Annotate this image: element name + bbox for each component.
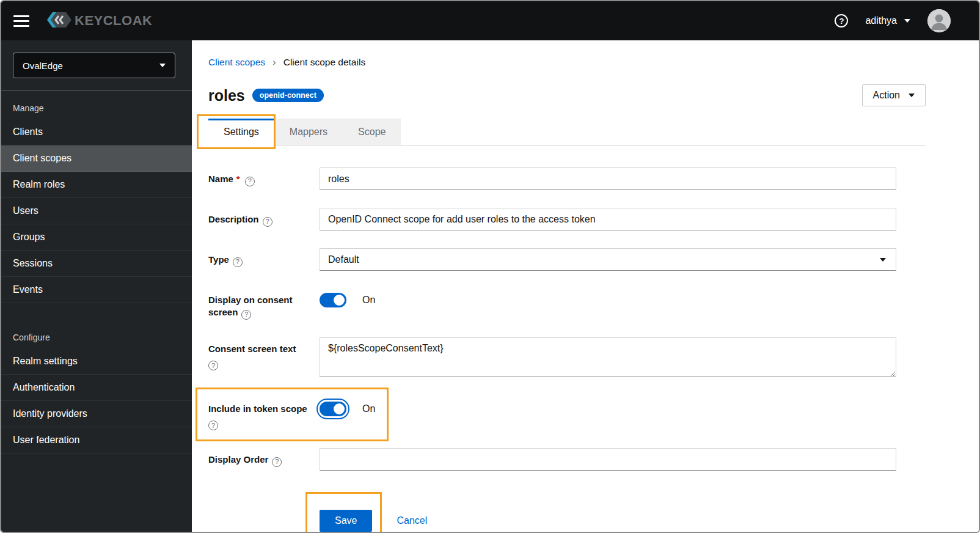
- brand-text: KEYCLOAK: [75, 13, 152, 29]
- display-consent-help-icon[interactable]: ?: [241, 310, 251, 320]
- type-label: Type?: [208, 248, 320, 271]
- keycloak-logo-icon: [46, 12, 72, 31]
- sidebar-item-events[interactable]: Events: [1, 277, 192, 303]
- chevron-down-icon: [159, 64, 166, 67]
- save-button[interactable]: Save: [320, 510, 372, 532]
- tab-bar: Settings Mappers Scope: [208, 119, 926, 145]
- breadcrumb: Client scopes › Client scope details: [208, 56, 926, 68]
- description-label-text: Description: [208, 214, 259, 224]
- type-label-text: Type: [208, 254, 229, 265]
- chevron-down-icon: [880, 258, 886, 262]
- avatar[interactable]: [927, 9, 951, 32]
- sidebar: OvalEdge Manage Clients Client scopes Re…: [1, 40, 192, 532]
- name-help-icon[interactable]: ?: [245, 177, 255, 186]
- username: adithya: [865, 15, 897, 26]
- sidebar-nav: Manage Clients Client scopes Realm roles…: [1, 91, 192, 454]
- help-icon[interactable]: ?: [835, 14, 848, 28]
- breadcrumb-client-scopes-link[interactable]: Client scopes: [208, 57, 265, 68]
- display-order-label: Display Order?: [208, 448, 320, 471]
- type-field: [320, 248, 896, 271]
- include-token-field: On: [320, 400, 375, 417]
- form-row-name: Name*?: [208, 167, 926, 190]
- consent-text-label: Consent screen text ?: [208, 337, 320, 380]
- nav-section-manage: Manage: [1, 91, 192, 119]
- page-title: roles: [208, 87, 245, 105]
- client-scope-settings-form: Name*? Description? Type: [208, 167, 926, 532]
- display-order-field: [320, 448, 896, 471]
- include-token-group: Include in token scope ? On: [208, 397, 375, 430]
- consent-text-textarea[interactable]: ${rolesScopeConsentText}: [320, 337, 896, 377]
- action-label: Action: [873, 90, 900, 101]
- breadcrumb-separator-icon: ›: [272, 56, 276, 68]
- chevron-down-icon: [909, 94, 915, 97]
- cancel-button[interactable]: Cancel: [397, 515, 427, 526]
- consent-text-label-text: Consent screen text: [208, 344, 296, 354]
- include-token-help-icon[interactable]: ?: [208, 421, 218, 430]
- topbar-right: ? adithya: [835, 9, 951, 32]
- include-token-state: On: [362, 403, 375, 414]
- description-label: Description?: [208, 208, 320, 230]
- display-order-input[interactable]: [320, 448, 896, 471]
- nav-section-configure: Configure: [1, 320, 192, 348]
- hamburger-menu-button[interactable]: [13, 15, 29, 27]
- description-input[interactable]: [320, 208, 896, 230]
- sidebar-item-realm-settings[interactable]: Realm settings: [1, 348, 192, 375]
- tab-settings[interactable]: Settings: [208, 119, 274, 145]
- display-consent-toggle[interactable]: [320, 293, 346, 307]
- form-row-display-consent: Display on consent screen? On: [208, 289, 926, 320]
- topbar: KEYCLOAK ? adithya: [1, 1, 979, 40]
- sidebar-item-identity-providers[interactable]: Identity providers: [1, 401, 192, 427]
- include-token-toggle[interactable]: [320, 402, 346, 416]
- form-row-type: Type?: [208, 248, 926, 271]
- keycloak-admin-window: KEYCLOAK ? adithya OvalEdge: [0, 0, 980, 533]
- description-help-icon[interactable]: ?: [263, 217, 272, 227]
- sidebar-item-realm-roles[interactable]: Realm roles: [1, 172, 192, 198]
- breadcrumb-current: Client scope details: [283, 57, 365, 68]
- user-menu-button[interactable]: adithya: [865, 15, 910, 26]
- chevron-down-icon: [904, 19, 910, 23]
- type-select[interactable]: [320, 248, 896, 271]
- display-consent-field: On: [320, 292, 896, 309]
- form-actions: Save Cancel: [320, 510, 926, 532]
- include-token-label: Include in token scope ?: [208, 397, 320, 430]
- sidebar-item-user-federation[interactable]: User federation: [1, 427, 192, 454]
- realm-name: OvalEdge: [23, 61, 63, 71]
- form-row-display-order: Display Order?: [208, 448, 926, 471]
- tab-mappers-label: Mappers: [290, 127, 327, 137]
- main-content: Client scopes › Client scope details rol…: [192, 40, 979, 532]
- type-help-icon[interactable]: ?: [233, 257, 243, 267]
- name-field: [320, 167, 896, 190]
- tab-scope[interactable]: Scope: [343, 119, 401, 145]
- sidebar-item-sessions[interactable]: Sessions: [1, 251, 192, 277]
- name-label-text: Name: [208, 174, 233, 184]
- display-consent-label: Display on consent screen?: [208, 289, 320, 320]
- consent-text-help-icon[interactable]: ?: [208, 361, 218, 370]
- page-header: roles openid-connect Action: [208, 84, 926, 106]
- display-order-label-text: Display Order: [208, 454, 268, 465]
- protocol-badge: openid-connect: [252, 89, 324, 102]
- realm-selector-area: OvalEdge: [1, 40, 192, 91]
- form-row-include-token: Include in token scope ? On: [208, 397, 926, 430]
- form-row-description: Description?: [208, 208, 926, 230]
- toggle-knob: [334, 403, 345, 414]
- display-consent-state: On: [362, 295, 375, 306]
- tab-mappers[interactable]: Mappers: [274, 119, 343, 145]
- sidebar-item-client-scopes[interactable]: Client scopes: [1, 145, 192, 172]
- sidebar-item-users[interactable]: Users: [1, 198, 192, 224]
- sidebar-item-groups[interactable]: Groups: [1, 224, 192, 251]
- name-input[interactable]: [320, 167, 896, 190]
- form-row-consent-text: Consent screen text ? ${rolesScopeConsen…: [208, 337, 926, 380]
- save-button-group: Save: [320, 510, 372, 532]
- action-dropdown-button[interactable]: Action: [862, 84, 926, 106]
- consent-text-field: ${rolesScopeConsentText}: [320, 337, 896, 380]
- toggle-knob: [334, 295, 345, 306]
- tab-settings-label: Settings: [224, 127, 259, 137]
- realm-selector[interactable]: OvalEdge: [13, 53, 175, 78]
- display-order-help-icon[interactable]: ?: [272, 457, 282, 467]
- keycloak-logo: KEYCLOAK: [46, 12, 152, 31]
- include-token-label-text: Include in token scope: [208, 403, 307, 414]
- name-label: Name*?: [208, 167, 320, 190]
- sidebar-item-authentication[interactable]: Authentication: [1, 375, 192, 401]
- sidebar-item-clients[interactable]: Clients: [1, 119, 192, 145]
- description-field: [320, 208, 896, 230]
